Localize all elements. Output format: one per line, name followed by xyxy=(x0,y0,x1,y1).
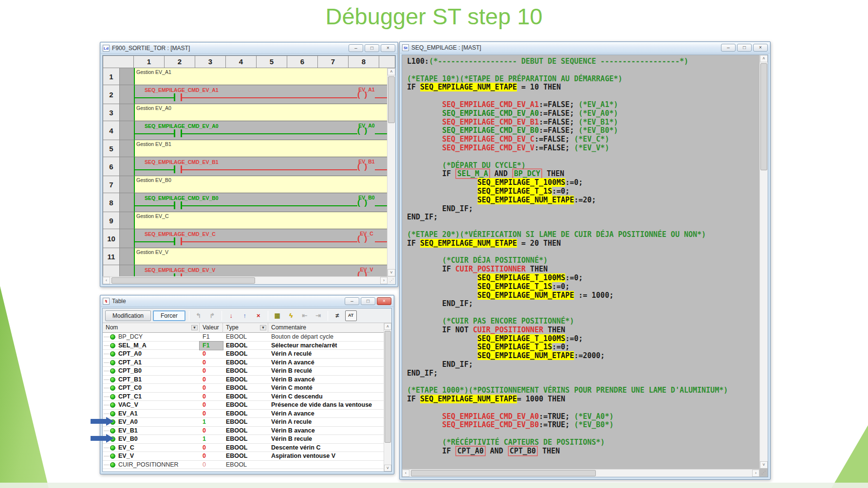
value-cell[interactable]: 0 xyxy=(200,367,223,376)
table-row[interactable]: CPT_B00EBOOLVérin B reculé xyxy=(103,367,384,376)
st-variable-forced[interactable]: BP_DCY xyxy=(513,169,541,178)
contact-variable-label[interactable]: SEQ_EMPILAGE_CMD_EV_A1 xyxy=(145,87,219,93)
variable-name-cell[interactable]: EV_C xyxy=(103,444,200,452)
st-variable-highlighted[interactable]: SEQ_EMPILAGE_NUM_ETAPE xyxy=(420,83,517,91)
close-button[interactable]: × xyxy=(377,297,391,305)
st-variable-true[interactable]: SEQ_EMPILAGE_CMD_EV_B0 xyxy=(442,126,539,135)
contact-bar[interactable] xyxy=(174,237,175,245)
ladder-vertical-scrollbar[interactable]: ˄ ˅ xyxy=(387,68,395,276)
st-variable-forced[interactable]: CPT_A0 xyxy=(456,447,484,455)
column-header-nom[interactable]: Nom ▼ xyxy=(103,323,200,333)
variable-name-cell[interactable]: CPT_B0 xyxy=(103,367,200,376)
variable-name-cell[interactable]: EV_B1 xyxy=(103,427,200,435)
column-header-commentaire[interactable]: Commentaire xyxy=(268,323,386,333)
st-variable-highlighted[interactable]: SEQ_EMPILAGE_T_100MS xyxy=(478,334,566,343)
contact-variable-label[interactable]: SEQ_EMPILAGE_CMD_EV_B1 xyxy=(145,159,219,165)
st-variable-true[interactable]: SEQ_EMPILAGE_CMD_EV_A0 xyxy=(442,109,539,118)
value-cell[interactable]: F1 xyxy=(200,342,223,350)
table-row[interactable]: EV_B10EBOOLVérin B avance xyxy=(103,427,384,435)
compare-icon[interactable]: ≠ xyxy=(332,310,343,321)
scroll-right-icon[interactable]: › xyxy=(752,470,759,477)
sort-dropdown-icon[interactable]: ▼ xyxy=(260,325,266,330)
variable-name-cell[interactable]: CPT_B1 xyxy=(103,376,200,384)
st-code-area[interactable]: L100:(*------------------ DEBUT DE SEQUE… xyxy=(407,57,758,467)
address-icon[interactable]: AT xyxy=(345,310,357,321)
close-button[interactable]: × xyxy=(753,44,768,52)
animation-icon[interactable]: ϟ xyxy=(285,310,297,321)
coil-variable-label[interactable]: EV_C xyxy=(351,231,382,236)
table-row[interactable]: CPT_A10EBOOLVérin A avancé xyxy=(103,359,384,367)
contact-variable-label[interactable]: SEQ_EMPILAGE_CMD_EV_V xyxy=(145,267,215,273)
st-variable-false[interactable]: SEQ_EMPILAGE_CMD_EV_C xyxy=(442,135,535,144)
value-cell[interactable]: F1 xyxy=(200,333,223,342)
contact-bar[interactable] xyxy=(174,165,175,173)
variable-name-cell[interactable]: CUIR_POSITIONNER xyxy=(103,461,200,470)
modify-0-icon[interactable]: ↰ xyxy=(193,310,204,321)
st-variable-false[interactable]: SEQ_EMPILAGE_CMD_EV_B0 xyxy=(442,420,539,429)
scroll-up-icon[interactable]: ˄ xyxy=(760,55,768,62)
force-0-icon[interactable]: ↓ xyxy=(225,310,237,321)
scrollbar-thumb[interactable] xyxy=(111,277,255,284)
variable-name-cell[interactable]: EV_A1 xyxy=(103,410,200,418)
table-row[interactable]: CPT_B10EBOOLVérin B avancé xyxy=(103,376,384,384)
variable-name-cell[interactable]: CPT_A0 xyxy=(103,350,200,359)
st-variable-false[interactable]: SEQ_EMPILAGE_CMD_EV_A0 xyxy=(442,412,539,421)
resize-grip-icon[interactable]: ⋰ xyxy=(760,470,767,476)
coil-variable-label[interactable]: EV_V xyxy=(351,267,382,272)
value-cell[interactable]: 0 xyxy=(200,410,223,418)
st-variable-highlighted[interactable]: SEQ_EMPILAGE_NUM_ETAPE xyxy=(478,196,574,204)
contact-bar[interactable] xyxy=(174,129,175,137)
st-editor-body[interactable]: L100:(*------------------ DEBUT DE SEQUE… xyxy=(402,54,768,477)
value-cell[interactable]: 0 xyxy=(200,384,223,393)
scrollbar-thumb[interactable] xyxy=(411,470,596,476)
scroll-down-icon[interactable]: ˅ xyxy=(760,461,768,469)
insert-before-icon[interactable]: ⇤ xyxy=(299,310,311,321)
variable-name-cell[interactable]: EV_B0 xyxy=(103,435,200,444)
value-cell[interactable]: 1 xyxy=(200,435,223,444)
scrollbar-thumb[interactable] xyxy=(760,63,767,170)
table-row[interactable]: SEL_M_AF1EBOOLSélecteur marche/arrêt xyxy=(103,342,384,350)
variable-name-cell[interactable]: SEL_M_A xyxy=(103,342,200,350)
force-1-icon[interactable]: ↑ xyxy=(239,310,251,321)
variable-name-cell[interactable]: BP_DCY xyxy=(103,333,200,342)
coil-variable-label[interactable]: EV_A1 xyxy=(351,87,382,92)
insert-after-icon[interactable]: ⇥ xyxy=(313,310,324,321)
contact-bar[interactable] xyxy=(174,93,175,101)
scroll-up-icon[interactable]: ˄ xyxy=(384,323,391,330)
value-cell[interactable]: 0 xyxy=(200,427,223,435)
rung-logic-cell[interactable]: SEQ_EMPILAGE_CMD_EV_A1( )EV_A1 xyxy=(134,85,387,104)
close-button[interactable]: × xyxy=(381,44,395,52)
st-window-titlebar[interactable]: St SEQ_EMPILAGE : [MAST] – □ × xyxy=(400,42,770,54)
st-variable-false[interactable]: SEQ_EMPILAGE_CMD_EV_B1 xyxy=(442,118,539,127)
scroll-down-icon[interactable]: ˅ xyxy=(384,465,391,471)
coil-variable-label[interactable]: EV_A0 xyxy=(351,123,382,128)
rung-logic-cell[interactable]: SEQ_EMPILAGE_CMD_EV_V( )EV_V xyxy=(134,265,387,276)
scroll-left-icon[interactable]: ‹ xyxy=(402,470,409,477)
variable-name-cell[interactable]: EV_A0 xyxy=(103,418,200,427)
table-row[interactable]: EV_B01EBOOLVérin B recule xyxy=(103,435,384,444)
table-row[interactable]: BP_DCYF1EBOOLBouton de départ cycle xyxy=(103,333,384,342)
table-row[interactable]: EV_V0EBOOLAspiration ventouse V xyxy=(103,452,384,461)
table-window-titlebar[interactable]: ↯ Table – □ × xyxy=(101,296,393,307)
st-variable-highlighted[interactable]: SEQ_EMPILAGE_T_100MS xyxy=(478,178,566,187)
value-cell[interactable]: 0 xyxy=(200,401,223,410)
rung-logic-cell[interactable]: SEQ_EMPILAGE_CMD_EV_B0( )EV_B0 xyxy=(134,193,387,212)
st-variable-forced[interactable]: SEL_M_A xyxy=(456,169,489,178)
rung-logic-cell[interactable]: SEQ_EMPILAGE_CMD_EV_B1( )EV_B1 xyxy=(134,157,387,176)
st-variable-highlighted[interactable]: SEQ_EMPILAGE_T_100MS xyxy=(478,273,566,282)
table-row[interactable]: EV_C0EBOOLDescente vérin C xyxy=(103,444,384,452)
maximize-button[interactable]: □ xyxy=(361,297,375,305)
scroll-right-icon[interactable]: › xyxy=(380,277,388,284)
value-cell[interactable]: 0 xyxy=(200,452,223,461)
st-variable-highlighted[interactable]: SEQ_EMPILAGE_NUM_ETAPE xyxy=(478,351,574,360)
scroll-left-icon[interactable]: ‹ xyxy=(103,277,110,284)
contact-bar[interactable] xyxy=(174,201,175,209)
scroll-up-icon[interactable]: ˄ xyxy=(388,68,395,75)
column-header-type[interactable]: Type ▼ xyxy=(223,323,268,333)
st-variable-highlighted[interactable]: SEQ_EMPILAGE_T_1S xyxy=(478,343,553,351)
minimize-button[interactable]: – xyxy=(721,44,736,52)
ladder-window-titlebar[interactable]: Ld F900_SORTIE_TOR : [MAST] – □ × xyxy=(101,43,397,54)
ladder-horizontal-scrollbar[interactable]: ‹ › ⋰ xyxy=(103,276,395,284)
maximize-button[interactable]: □ xyxy=(737,44,752,52)
contact-variable-label[interactable]: SEQ_EMPILAGE_CMD_EV_B0 xyxy=(145,195,219,201)
